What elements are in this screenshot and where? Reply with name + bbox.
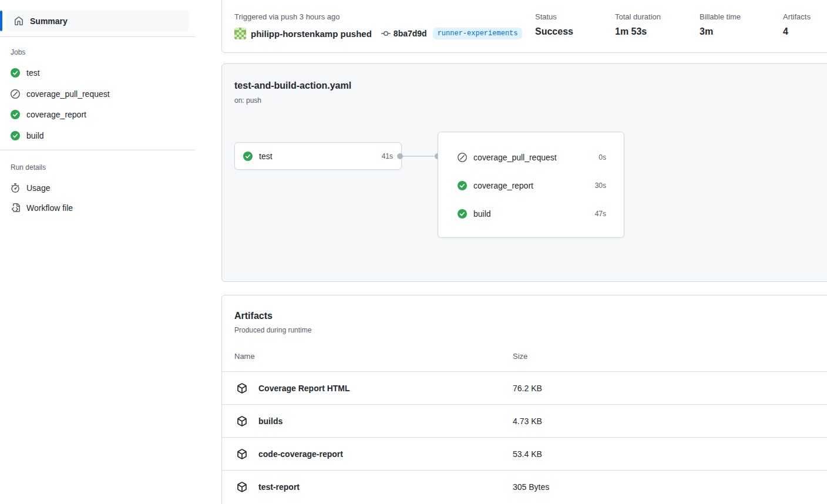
job-duration: 30s [595, 182, 606, 190]
check-circle-icon [243, 152, 253, 161]
package-icon [237, 482, 247, 492]
job-label: coverage_pull_request [26, 89, 110, 99]
actor-name[interactable]: philipp-horstenkamp pushed [251, 29, 372, 39]
stat-value: 1m 53s [615, 26, 647, 37]
artifact-name-link[interactable]: Coverage Report HTML [258, 384, 350, 393]
stat-value: 3m [700, 26, 713, 37]
run-details-section-header: Run details [11, 163, 46, 172]
sidebar: Summary Jobs test coverage_pull_request … [0, 0, 196, 504]
summary-label: Summary [30, 16, 68, 26]
stat-label: Status [535, 12, 557, 21]
stat-value: Success [535, 26, 573, 37]
column-header-size: Size [513, 352, 527, 361]
column-header-name: Name [234, 352, 255, 361]
jobs-section-header: Jobs [11, 48, 25, 56]
graph-node-coverage-pull-request[interactable]: coverage_pull_request 0s [438, 143, 624, 172]
commit-info: 8ba7d9d [381, 29, 427, 38]
skip-icon [458, 153, 467, 162]
artifacts-title: Artifacts [234, 311, 273, 321]
artifact-name-link[interactable]: code-coverage-report [258, 449, 343, 459]
artifact-size: 4.73 KB [513, 416, 542, 426]
check-circle-icon [458, 181, 467, 190]
graph-node-coverage-report[interactable]: coverage_report 30s [438, 172, 624, 200]
sidebar-item-summary[interactable]: Summary [6, 11, 189, 31]
artifact-size: 76.2 KB [513, 384, 542, 393]
sidebar-item-job-coverage-pull-request[interactable]: coverage_pull_request [11, 88, 110, 100]
workflow-file-label: Workflow file [26, 203, 73, 213]
trigger-info: Triggered via push 3 hours ago [234, 12, 339, 21]
artifact-row[interactable]: code-coverage-report 53.4 KB [222, 437, 827, 470]
artifact-name-link[interactable]: builds [258, 416, 283, 426]
stat-value: 4 [783, 26, 788, 37]
branch-badge[interactable]: runner-experiements [433, 28, 523, 39]
main-content: Triggered via push 3 hours ago philipp-h… [221, 0, 827, 504]
artifact-row[interactable]: test-report 305 Bytes [222, 470, 827, 503]
job-label: test [259, 152, 375, 161]
home-icon [14, 16, 23, 26]
run-summary-header: Triggered via push 3 hours ago philipp-h… [221, 0, 827, 53]
check-circle-icon [11, 131, 20, 140]
sidebar-item-job-coverage-report[interactable]: coverage_report [11, 109, 86, 120]
stat-label: Artifacts [783, 12, 811, 21]
git-commit-icon [381, 29, 391, 38]
workflow-trigger: on: push [234, 96, 261, 105]
commit-sha-link[interactable]: 8ba7d9d [394, 29, 427, 38]
workflow-graph-card: test-and-build-action.yaml on: push test… [221, 63, 827, 282]
skip-icon [11, 89, 20, 99]
artifact-row[interactable]: Coverage Report HTML 76.2 KB [222, 371, 827, 404]
avatar[interactable] [234, 28, 246, 39]
job-label: coverage_report [26, 110, 86, 119]
graph-node-build[interactable]: build 47s [438, 200, 624, 228]
check-circle-icon [458, 209, 467, 219]
job-duration: 47s [595, 210, 606, 218]
graph-node-test[interactable]: test 41s [234, 142, 402, 170]
artifacts-card: Artifacts Produced during runtime Name S… [221, 295, 827, 504]
sidebar-divider [0, 36, 195, 37]
package-icon [237, 383, 247, 394]
active-indicator [0, 11, 2, 31]
stopwatch-icon [11, 183, 20, 193]
workflow-file-name: test-and-build-action.yaml [234, 80, 351, 91]
job-label: build [26, 131, 44, 140]
job-label: build [473, 209, 589, 219]
stat-label: Total duration [615, 12, 661, 21]
sidebar-divider [0, 150, 195, 150]
package-icon [237, 416, 247, 426]
artifacts-subtitle: Produced during runtime [234, 326, 311, 334]
sidebar-item-job-build[interactable]: build [11, 130, 44, 142]
sidebar-item-job-test[interactable]: test [11, 67, 40, 79]
file-code-icon [11, 203, 20, 213]
graph-node-group: coverage_pull_request 0s coverage_report… [438, 132, 624, 238]
artifact-row[interactable]: builds 4.73 KB [222, 404, 827, 437]
artifact-size: 305 Bytes [513, 482, 549, 492]
sidebar-item-usage[interactable]: Usage [11, 182, 50, 194]
sidebar-item-workflow-file[interactable]: Workflow file [11, 202, 73, 214]
job-label: coverage_report [473, 181, 589, 190]
graph-edge [400, 156, 438, 157]
check-circle-icon [11, 110, 20, 119]
artifact-size: 53.4 KB [513, 449, 542, 459]
graph-edge-dot [397, 153, 403, 159]
artifact-name-link[interactable]: test-report [258, 482, 300, 492]
job-label: coverage_pull_request [473, 153, 592, 162]
actor-row: philipp-horstenkamp pushed 8ba7d9d runne… [234, 27, 522, 40]
check-circle-icon [11, 68, 20, 78]
job-label: test [26, 68, 40, 78]
job-duration: 0s [599, 153, 606, 162]
job-duration: 41s [382, 152, 393, 160]
stat-label: Billable time [700, 12, 741, 21]
package-icon [237, 449, 247, 459]
usage-label: Usage [26, 183, 50, 193]
